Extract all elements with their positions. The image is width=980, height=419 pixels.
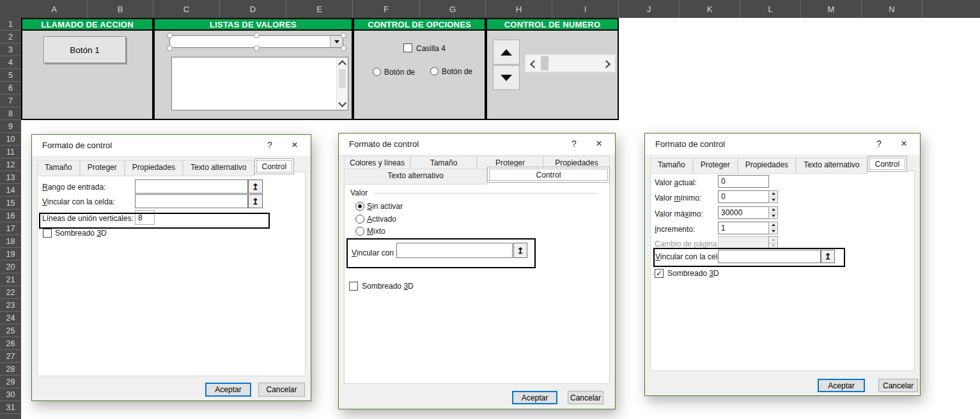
- column-header-K[interactable]: K: [680, 0, 740, 18]
- sombreado-3d-checkbox[interactable]: [349, 282, 358, 291]
- column-header-H[interactable]: H: [486, 0, 552, 18]
- incremento-spinner[interactable]: [768, 222, 778, 234]
- aceptar-button[interactable]: Aceptar: [818, 379, 865, 392]
- combo-dropdown-button[interactable]: [330, 36, 343, 47]
- aceptar-button[interactable]: Aceptar: [512, 391, 557, 404]
- row-header-17[interactable]: 17: [0, 222, 21, 235]
- column-header-N[interactable]: N: [862, 0, 922, 18]
- list-scrollbar[interactable]: [336, 57, 348, 110]
- horizontal-scrollbar[interactable]: [525, 54, 616, 72]
- column-header-J[interactable]: J: [619, 0, 680, 18]
- row-header-15[interactable]: 15: [0, 197, 21, 210]
- scroll-up-icon[interactable]: [338, 60, 346, 68]
- valor-maximo-spinner[interactable]: [768, 206, 778, 219]
- row-header-4[interactable]: 4: [0, 56, 21, 69]
- row-header-11[interactable]: 11: [0, 146, 21, 158]
- row-header-23[interactable]: 23: [0, 299, 21, 312]
- close-icon[interactable]: ×: [593, 137, 605, 150]
- tab-texto-alternativo[interactable]: Texto alternativo: [796, 158, 867, 174]
- tab-colores-lineas[interactable]: Colores y líneas: [344, 156, 410, 170]
- spin-down-button[interactable]: [493, 65, 520, 90]
- collapse-dialog-icon[interactable]: ↥: [513, 243, 527, 258]
- cancelar-button[interactable]: Cancelar: [568, 391, 603, 404]
- close-icon[interactable]: ×: [289, 139, 300, 151]
- scroll-thumb[interactable]: [541, 56, 548, 70]
- selection-handle[interactable]: [254, 45, 260, 51]
- row-header-16[interactable]: 16: [0, 210, 21, 222]
- tab-proteger[interactable]: Proteger: [80, 160, 125, 176]
- boton1-button[interactable]: Botón 1: [43, 36, 126, 63]
- cancelar-button[interactable]: Cancelar: [258, 383, 305, 397]
- row-header-5[interactable]: 5: [0, 69, 21, 82]
- row-header-12[interactable]: 12: [0, 158, 21, 171]
- column-header-G[interactable]: G: [420, 0, 486, 18]
- collapse-dialog-icon[interactable]: ↥: [248, 179, 263, 194]
- selection-handle[interactable]: [167, 33, 173, 38]
- radio-boton2[interactable]: [430, 67, 439, 75]
- row-header-31[interactable]: 31: [0, 401, 21, 414]
- selection-handle[interactable]: [341, 45, 346, 51]
- tab-propiedades[interactable]: Propiedades: [738, 158, 796, 174]
- row-header-13[interactable]: 13: [0, 171, 21, 184]
- vincular-celda-input[interactable]: [396, 243, 513, 258]
- row-header-18[interactable]: 18: [0, 235, 21, 248]
- row-header-28[interactable]: 28: [0, 363, 21, 376]
- sin-activar-radio[interactable]: [355, 202, 364, 211]
- selection-handle[interactable]: [341, 33, 346, 38]
- row-header-29[interactable]: 29: [0, 376, 21, 388]
- rango-entrada-input[interactable]: [135, 179, 248, 194]
- row-header-20[interactable]: 20: [0, 261, 21, 273]
- row-header-8[interactable]: 8: [0, 107, 21, 120]
- radio-boton1[interactable]: [373, 68, 381, 76]
- column-header-L[interactable]: L: [740, 0, 801, 18]
- mixto-radio[interactable]: [355, 227, 364, 236]
- row-header-1[interactable]: 1: [0, 18, 21, 31]
- scroll-down-icon[interactable]: [338, 99, 346, 107]
- row-header-6[interactable]: 6: [0, 82, 21, 95]
- row-header-10[interactable]: 10: [0, 133, 21, 146]
- scroll-right-icon[interactable]: [602, 60, 611, 68]
- help-icon[interactable]: ?: [874, 139, 884, 149]
- aceptar-button[interactable]: Aceptar: [205, 383, 251, 397]
- help-icon[interactable]: ?: [569, 139, 579, 149]
- column-header-E[interactable]: E: [286, 0, 353, 18]
- tab-tamano[interactable]: Tamaño: [410, 156, 477, 170]
- activado-radio[interactable]: [355, 215, 364, 224]
- tab-texto-alternativo[interactable]: Texto alternativo: [344, 169, 487, 185]
- cancelar-button[interactable]: Cancelar: [878, 379, 918, 392]
- tab-tamano[interactable]: Tamaño: [650, 158, 693, 174]
- close-icon[interactable]: ×: [898, 137, 910, 150]
- column-header-B[interactable]: B: [88, 0, 153, 18]
- selection-handle[interactable]: [167, 45, 173, 51]
- row-header-19[interactable]: 19: [0, 248, 21, 261]
- valor-actual-input[interactable]: [718, 175, 769, 188]
- column-header-F[interactable]: F: [353, 0, 420, 18]
- row-header-27[interactable]: 27: [0, 350, 21, 363]
- row-header-2[interactable]: 2: [0, 31, 21, 43]
- row-header-26[interactable]: 26: [0, 337, 21, 350]
- tab-propiedades[interactable]: Propiedades: [125, 160, 183, 176]
- column-header-D[interactable]: D: [220, 0, 286, 18]
- row-header-9[interactable]: 9: [0, 120, 21, 133]
- lineas-union-input[interactable]: [135, 210, 155, 225]
- vincular-celda-input[interactable]: [135, 194, 248, 208]
- row-header-21[interactable]: 21: [0, 273, 21, 286]
- scroll-thumb[interactable]: [339, 69, 346, 88]
- collapse-dialog-icon[interactable]: ↥: [248, 194, 263, 208]
- valor-minimo-spinner[interactable]: [768, 190, 778, 203]
- row-header-25[interactable]: 25: [0, 324, 21, 337]
- spin-up-button[interactable]: [493, 40, 520, 65]
- casilla4-checkbox[interactable]: [403, 43, 412, 52]
- sombreado-3d-checkbox[interactable]: [43, 229, 52, 238]
- column-header-I[interactable]: I: [552, 0, 619, 18]
- collapse-dialog-icon[interactable]: ↥: [821, 250, 835, 263]
- help-icon[interactable]: ?: [265, 140, 275, 150]
- incremento-input[interactable]: [718, 222, 769, 234]
- valor-minimo-input[interactable]: [718, 190, 769, 203]
- sombreado-3d-checkbox[interactable]: ✓: [655, 269, 664, 278]
- column-header-C[interactable]: C: [153, 0, 220, 18]
- vincular-celda-input[interactable]: [718, 250, 821, 263]
- tab-texto-alternativo[interactable]: Texto alternativo: [183, 160, 254, 176]
- column-header-M[interactable]: M: [801, 0, 862, 18]
- row-header-3[interactable]: 3: [0, 43, 21, 56]
